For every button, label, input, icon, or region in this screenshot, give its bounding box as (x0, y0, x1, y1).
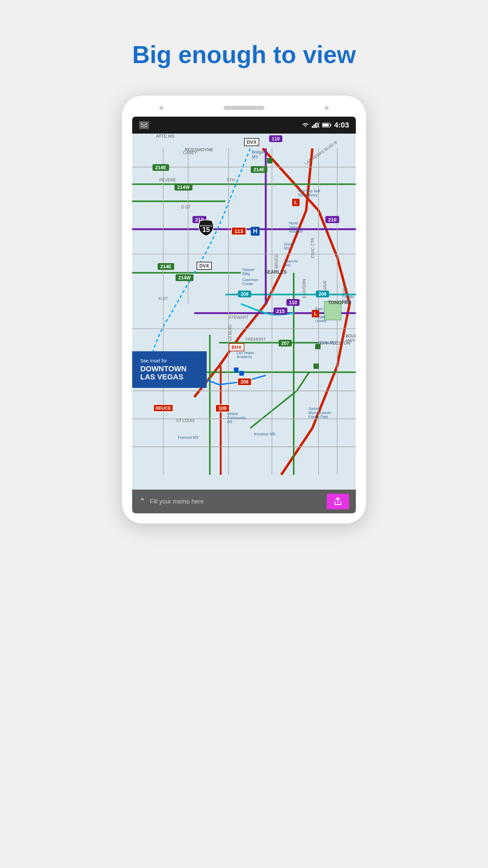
see-inset-label: See inset for (140, 358, 199, 363)
phone-speaker (224, 106, 264, 110)
boulder-hwy-label: BOULDER HWY (346, 334, 356, 343)
lv-academy: Las VegasAcademy (237, 351, 254, 359)
searles-label: SEARLES (264, 269, 287, 275)
svg-text:15: 15 (202, 226, 210, 233)
battery-icon (322, 122, 331, 128)
rancho-hs: RanchoHS (285, 259, 298, 267)
nlv-city-hall: NLV City HallNLV Library (298, 189, 320, 197)
l-box-2: L (312, 310, 319, 317)
bottom-bar: ⌃ Fill your memo here (132, 490, 356, 513)
palm-label: PALM (342, 283, 347, 294)
chevron-up-icon[interactable]: ⌃ (139, 497, 146, 506)
cashman-center: CashmanCenter (242, 278, 258, 286)
memo-text[interactable]: Fill your memo here (150, 498, 204, 505)
svg-rect-1 (312, 126, 313, 128)
bus-stop-2 (239, 371, 244, 376)
phone-dot-right (325, 106, 329, 110)
route-dvx-1: DVX (244, 138, 259, 146)
5th-label: 5TH (227, 178, 235, 182)
route-110-1: 110 (269, 135, 282, 142)
route-214e-2: 214E (251, 166, 267, 173)
hst-label: H ST (159, 296, 168, 301)
justice-park: JusticeMyron LeavittFamily Park (308, 407, 331, 419)
bus-stop-1 (234, 368, 239, 372)
route-dvx-2: DVX (197, 262, 212, 270)
route-214e-1: 214E (152, 164, 169, 171)
hospital-icon: H (251, 227, 260, 236)
smith-ms: SmithMS (284, 242, 293, 250)
dst-label: D ST (181, 205, 190, 210)
route-109: 109 (215, 404, 230, 412)
svg-rect-8 (330, 124, 331, 126)
svg-rect-0 (141, 123, 147, 127)
signal-icon (312, 122, 319, 128)
phone-screen: 4:03 (132, 117, 356, 513)
sawyer-bldg: SawyerBldg (242, 268, 255, 276)
route-208-2: 208 (316, 291, 329, 297)
share-button[interactable] (327, 494, 349, 509)
share-icon (333, 497, 342, 506)
martin-ms: Martin MS (319, 340, 336, 344)
downtown-title: DOWNTOWNLAS VEGAS (140, 365, 199, 381)
fremont-label: FREMONT (246, 337, 266, 342)
route-deuce: DEUCE (153, 404, 174, 412)
civic-ctr-label: CIVIC CTR (310, 238, 315, 258)
route-208-1: 208 (238, 291, 251, 297)
freedom-park: FreedoPark (342, 295, 354, 303)
svg-rect-2 (313, 124, 315, 128)
map-pin-2 (315, 344, 321, 349)
notification-icon (139, 121, 149, 129)
stlouis-label: ST LOUIS (176, 418, 195, 423)
route-113: 113 (231, 227, 246, 235)
downtown-inset-box: See inset for DOWNTOWNLAS VEGAS (132, 351, 207, 388)
svg-rect-7 (323, 124, 329, 126)
status-time: 4:03 (334, 121, 349, 130)
map-pin-1 (267, 158, 272, 163)
route-210-2: 210 (325, 216, 339, 223)
phone-dot-left (159, 106, 163, 110)
knudson-ms: Knudson MS (254, 432, 276, 436)
route-214e-3: 214E (158, 263, 174, 270)
route-206: 206 (237, 378, 252, 386)
route-214w-2: 214W (176, 274, 194, 281)
route-110-2: 110 (286, 299, 300, 306)
bruce-label: BRUCE (274, 254, 279, 269)
wifi-icon (302, 122, 309, 128)
bridger-ms: BridgerMS (252, 150, 265, 159)
page-title: Big enough to view (132, 41, 356, 68)
status-bar: 4:03 (132, 117, 356, 134)
route-215: 215 (273, 308, 287, 315)
phone-frame: 4:03 (122, 96, 366, 524)
revere-label: REVERE (159, 178, 176, 182)
stewart-label: STEWART (229, 315, 248, 320)
map-pin-3 (313, 363, 319, 369)
map-view[interactable]: ROSSMOYNE TONOPAH SEARLES H ST REVERE 5T… (132, 134, 356, 490)
fremont-ms: Fremont MS (178, 435, 199, 439)
north-vista: NorthVistaHospital (289, 221, 303, 233)
l-box-1: L (292, 199, 300, 206)
route-214w-1: 214W (175, 184, 192, 191)
eastern-label: EASTERN (302, 279, 307, 298)
lvblvd-label: LV BLVD (228, 324, 232, 341)
route-bhx: BHX (229, 343, 244, 351)
global-community-hs: GlobalCommunityHS (227, 412, 246, 424)
route-207: 207 (279, 340, 292, 347)
svg-rect-3 (315, 123, 317, 128)
interstate-15-shield: INTERSTATE 15 (197, 219, 215, 238)
attc-label: ATTC HS (156, 134, 175, 139)
carey-label: CAREY (183, 151, 197, 155)
